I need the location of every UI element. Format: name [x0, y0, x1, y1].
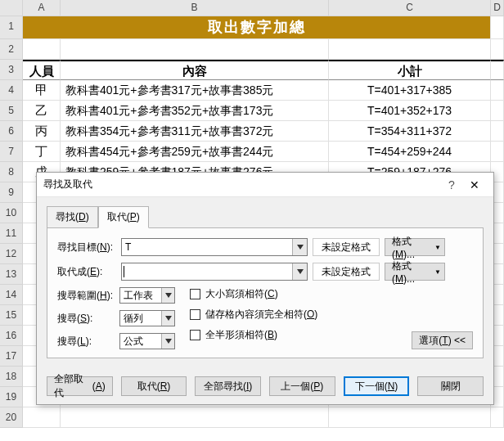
- row-header[interactable]: 18: [0, 367, 23, 387]
- tab-replace[interactable]: 取代(P): [98, 206, 149, 228]
- cell[interactable]: [491, 60, 504, 80]
- cell[interactable]: [61, 39, 329, 60]
- column-headers: A B C D: [0, 0, 504, 16]
- row-header[interactable]: 13: [0, 264, 23, 285]
- row-header[interactable]: 15: [0, 305, 23, 326]
- find-label: 尋找目標(N):: [57, 241, 116, 254]
- cell[interactable]: [491, 407, 504, 428]
- replace-button[interactable]: 取代(R): [121, 376, 187, 396]
- match-byte-checkbox[interactable]: 全半形須相符(B): [190, 328, 317, 342]
- title-cell[interactable]: 取出數字加總: [23, 16, 491, 39]
- header-cell[interactable]: 人員: [23, 60, 61, 80]
- tab-find[interactable]: 尋找(D): [47, 206, 98, 228]
- row-header[interactable]: 1: [0, 16, 23, 39]
- dialog-title: 尋找及取代: [43, 178, 441, 191]
- col-header-A[interactable]: A: [23, 0, 61, 16]
- within-label: 搜尋範圍(H):: [57, 289, 115, 303]
- match-whole-checkbox[interactable]: 儲存格內容須完全相符(O): [190, 308, 317, 322]
- cell[interactable]: 乙: [23, 101, 61, 121]
- row-header[interactable]: 14: [0, 285, 23, 305]
- lookin-combo[interactable]: 公式: [119, 333, 175, 349]
- within-combo[interactable]: 工作表: [119, 287, 175, 304]
- row-header[interactable]: 9: [0, 182, 23, 203]
- replace-format-preview: 未設定格式: [313, 263, 380, 281]
- search-combo[interactable]: 循列: [119, 310, 175, 326]
- cell[interactable]: [23, 407, 61, 428]
- replace-format-button[interactable]: 格式(M)...▼: [385, 263, 445, 281]
- cell[interactable]: 教科書354元+參考書311元+故事書372元: [61, 121, 329, 142]
- col-header-D[interactable]: D: [491, 0, 504, 16]
- row-header[interactable]: 11: [0, 223, 23, 244]
- row-header[interactable]: 3: [0, 60, 23, 80]
- col-header-B[interactable]: B: [61, 0, 329, 16]
- row-header[interactable]: 16: [0, 326, 23, 346]
- find-input[interactable]: T: [122, 241, 292, 253]
- cell[interactable]: 教科書401元+參考書317元+故事書385元: [61, 80, 329, 101]
- cell[interactable]: [329, 39, 491, 60]
- row-header[interactable]: 12: [0, 244, 23, 264]
- chevron-down-icon[interactable]: [161, 288, 174, 303]
- col-header-C[interactable]: C: [329, 0, 491, 16]
- replace-all-button[interactable]: 全部取代(A): [47, 376, 113, 396]
- row-header[interactable]: 6: [0, 121, 23, 142]
- options-button[interactable]: 選項(T) <<: [412, 331, 473, 349]
- cell[interactable]: [491, 142, 504, 162]
- row-header[interactable]: 7: [0, 142, 23, 162]
- replace-combo[interactable]: [121, 263, 308, 281]
- cell[interactable]: [23, 39, 61, 60]
- match-case-checkbox[interactable]: 大小寫須相符(C): [190, 287, 317, 301]
- cell[interactable]: T=401+317+385: [329, 80, 491, 101]
- search-label: 搜尋(S):: [57, 312, 115, 326]
- cell[interactable]: T=401+352+173: [329, 101, 491, 121]
- cell[interactable]: 甲: [23, 80, 61, 101]
- chevron-down-icon[interactable]: [292, 263, 307, 280]
- header-cell[interactable]: 小計: [329, 60, 491, 80]
- cell[interactable]: 教科書454元+參考書259元+故事書244元: [61, 142, 329, 162]
- replace-input[interactable]: [124, 266, 292, 277]
- help-button[interactable]: ?: [441, 178, 462, 191]
- chevron-down-icon[interactable]: [161, 334, 174, 349]
- find-all-button[interactable]: 全部尋找(I): [195, 376, 261, 396]
- chevron-down-icon[interactable]: [292, 239, 307, 255]
- find-prev-button[interactable]: 上一個(P): [269, 376, 335, 396]
- find-format-preview: 未設定格式: [313, 238, 380, 256]
- cell[interactable]: T=454+259+244: [329, 142, 491, 162]
- row-header[interactable]: 4: [0, 80, 23, 101]
- row-header[interactable]: 2: [0, 39, 23, 60]
- row-header[interactable]: 19: [0, 387, 23, 407]
- find-next-button[interactable]: 下一個(N): [344, 376, 410, 396]
- select-all-corner[interactable]: [0, 0, 23, 16]
- cell[interactable]: [491, 80, 504, 101]
- find-format-button[interactable]: 格式(M)...▼: [385, 238, 445, 256]
- close-button[interactable]: ✕: [462, 178, 487, 191]
- cell[interactable]: [491, 39, 504, 60]
- row-header[interactable]: 8: [0, 162, 23, 182]
- find-combo[interactable]: T: [121, 238, 308, 256]
- replace-label: 取代成(E):: [57, 265, 116, 279]
- cell[interactable]: [491, 16, 504, 39]
- close-dialog-button[interactable]: 關閉: [417, 376, 484, 396]
- cell[interactable]: 丙: [23, 121, 61, 142]
- chevron-down-icon[interactable]: [161, 311, 174, 326]
- cell[interactable]: [61, 407, 329, 428]
- row-header[interactable]: 5: [0, 101, 23, 121]
- row-header[interactable]: 17: [0, 346, 23, 367]
- cell[interactable]: [491, 101, 504, 121]
- cell[interactable]: 丁: [23, 142, 61, 162]
- cell[interactable]: T=354+311+372: [329, 121, 491, 142]
- lookin-label: 搜尋(L):: [57, 335, 115, 349]
- header-cell[interactable]: 內容: [61, 60, 329, 80]
- row-header[interactable]: 20: [0, 407, 23, 428]
- cell[interactable]: 教科書401元+參考書352元+故事書173元: [61, 101, 329, 121]
- find-replace-dialog: 尋找及取代 ? ✕ 尋找(D) 取代(P) 尋找目標(N): T 未設定格式 格…: [36, 172, 494, 405]
- cell[interactable]: [329, 407, 491, 428]
- dialog-titlebar[interactable]: 尋找及取代 ? ✕: [37, 173, 493, 197]
- row-header[interactable]: 10: [0, 203, 23, 223]
- cell[interactable]: [491, 121, 504, 142]
